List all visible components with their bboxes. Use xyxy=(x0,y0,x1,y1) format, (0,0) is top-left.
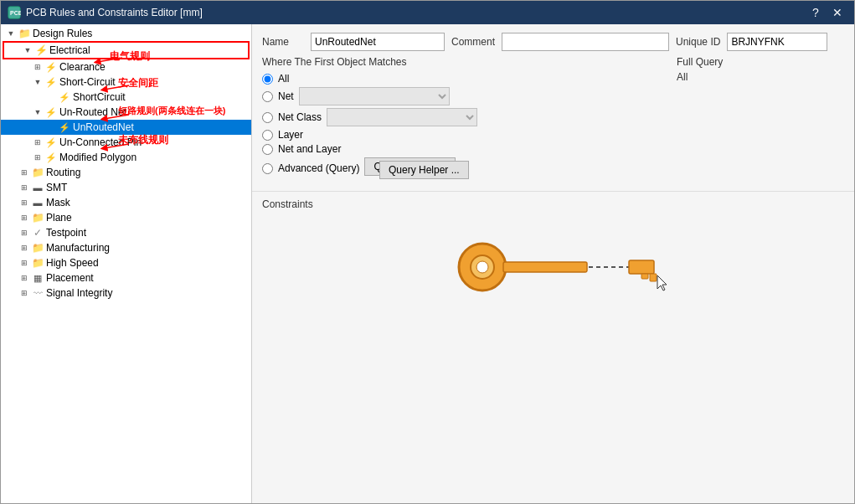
placement-icon: ▦ xyxy=(31,271,44,285)
close-button[interactable]: ✕ xyxy=(827,4,847,21)
tree-item-plane[interactable]: ⊞ 📁 Plane xyxy=(1,210,251,225)
expand-testpoint: ⊞ xyxy=(18,226,31,239)
main-window: PCB PCB Rules and Constraints Editor [mm… xyxy=(0,0,855,504)
radio-net-label: Net xyxy=(278,90,294,102)
where-title: Where The First Object Matches xyxy=(262,56,663,68)
rule-ucp-icon: ⚡ xyxy=(44,136,58,149)
tree-item-modified-polygon[interactable]: ⊞ ⚡ Modified Polygon xyxy=(1,150,251,165)
mask-label: Mask xyxy=(46,197,70,208)
modified-polygon-label: Modified Polygon xyxy=(59,152,136,163)
full-query-col: Full Query All xyxy=(677,56,844,183)
signal-integrity-icon: 〰 xyxy=(31,286,44,300)
tree-item-testpoint[interactable]: ⊞ ✓ Testpoint xyxy=(1,225,251,240)
radio-netclass-row: Net Class xyxy=(262,108,663,126)
tree-item-routing[interactable]: ⊞ 📁 Routing xyxy=(1,165,251,180)
comment-input[interactable] xyxy=(502,33,669,51)
tree-item-unroutednet[interactable]: ▷ ⚡ UnRoutedNet xyxy=(1,120,251,135)
uid-input[interactable] xyxy=(727,33,827,51)
radio-advanced[interactable] xyxy=(262,163,273,174)
radio-net-row: Net xyxy=(262,87,663,105)
radio-netclass[interactable] xyxy=(262,112,273,123)
radio-layer-row: Layer xyxy=(262,129,663,141)
tree-item-shortcircuit[interactable]: ▷ ⚡ ShortCircuit xyxy=(1,90,251,105)
name-input[interactable] xyxy=(311,33,445,51)
smt-icon: ▬ xyxy=(31,181,44,194)
tree-item-smt[interactable]: ⊞ ▬ SMT xyxy=(1,180,251,195)
constraints-visual xyxy=(262,217,844,317)
netclass-dropdown[interactable] xyxy=(327,108,477,126)
tree-item-placement[interactable]: ⊞ ▦ Placement xyxy=(1,270,251,285)
testpoint-icon: ✓ xyxy=(31,226,44,239)
title-bar-left: PCB PCB Rules and Constraints Editor [mm… xyxy=(8,6,203,19)
plane-label: Plane xyxy=(46,212,72,224)
tree-item-design-rules[interactable]: ▼ 📁 Design Rules xyxy=(1,26,251,41)
query-helper-button[interactable]: Query Helper ... xyxy=(379,161,469,179)
rule-form: Name Comment Unique ID Where The First O… xyxy=(252,24,854,192)
signal-integrity-label: Signal Integrity xyxy=(46,287,112,299)
tree-item-un-routed-net[interactable]: ▼ ⚡ Un-Routed Net xyxy=(1,105,251,120)
svg-marker-14 xyxy=(657,275,667,291)
svg-text:PCB: PCB xyxy=(10,10,21,16)
plane-icon: 📁 xyxy=(31,211,44,224)
expand-routing: ⊞ xyxy=(18,166,31,179)
tree-item-electrical[interactable]: ▼ ⚡ Electrical xyxy=(4,43,248,58)
svg-rect-12 xyxy=(641,274,648,279)
lightning-icon: ⚡ xyxy=(34,44,48,57)
left-panel: 电气规则 安全间距 短路规则(两条线连在一块) xyxy=(1,24,252,503)
net-dropdown[interactable] xyxy=(299,87,450,105)
title-bar-controls: ? ✕ xyxy=(806,4,847,21)
radio-layer[interactable] xyxy=(262,130,273,141)
mask-icon: ▬ xyxy=(31,196,44,209)
help-button[interactable]: ? xyxy=(806,4,826,21)
manufacturing-icon: 📁 xyxy=(31,241,44,255)
tree-item-signal-integrity[interactable]: ⊞ 〰 Signal Integrity xyxy=(1,285,251,301)
un-routed-net-label: Un-Routed Net xyxy=(59,106,126,118)
expand-short-circuit: ▼ xyxy=(31,75,44,89)
tree-item-high-speed[interactable]: ⊞ 📁 High Speed xyxy=(1,255,251,270)
tree-item-un-connected-pin[interactable]: ⊞ ⚡ Un-Connected Pin xyxy=(1,135,251,150)
tree-item-short-circuit[interactable]: ▼ ⚡ Short-Circuit xyxy=(1,75,251,90)
title-bar: PCB PCB Rules and Constraints Editor [mm… xyxy=(1,1,854,24)
placement-label: Placement xyxy=(46,272,94,284)
high-speed-icon: 📁 xyxy=(31,256,44,270)
folder-icon: 📁 xyxy=(18,27,31,40)
constraints-title: Constraints xyxy=(262,198,844,210)
expand-ucp: ⊞ xyxy=(31,136,44,149)
high-speed-label: High Speed xyxy=(46,257,99,269)
content-area: 电气规则 安全间距 短路规则(两条线连在一块) xyxy=(1,24,854,503)
expand-placement: ⊞ xyxy=(18,271,31,285)
expand-high-speed: ⊞ xyxy=(18,256,31,270)
radio-all-label: All xyxy=(278,73,289,85)
where-col: Where The First Object Matches All xyxy=(262,56,663,183)
rule-sc-icon: ⚡ xyxy=(58,90,71,104)
comment-label: Comment xyxy=(451,36,495,48)
short-circuit-label: Short-Circuit xyxy=(59,76,116,88)
testpoint-label: Testpoint xyxy=(46,227,86,239)
right-panel: Name Comment Unique ID Where The First O… xyxy=(252,24,854,503)
full-query-value: All xyxy=(677,71,844,83)
svg-rect-9 xyxy=(503,262,587,272)
smt-label: SMT xyxy=(46,182,67,193)
electrical-label: Electrical xyxy=(49,44,90,56)
expand-smt: ⊞ xyxy=(18,181,31,194)
manufacturing-label: Manufacturing xyxy=(46,242,110,254)
expand-mp: ⊞ xyxy=(31,151,44,164)
tree-item-manufacturing[interactable]: ⊞ 📁 Manufacturing xyxy=(1,240,251,255)
radio-layer-label: Layer xyxy=(278,129,303,141)
radio-netlayer[interactable] xyxy=(262,144,273,155)
routing-icon: 📁 xyxy=(31,166,44,179)
tree-item-mask[interactable]: ⊞ ▬ Mask xyxy=(1,195,251,210)
constraints-section: Constraints xyxy=(252,192,854,503)
name-label: Name xyxy=(262,36,304,48)
expand-unrouted: ▼ xyxy=(31,105,44,119)
tree-item-clearance[interactable]: ⊞ ⚡ Clearance xyxy=(1,59,251,75)
radio-netlayer-row: Net and Layer xyxy=(262,143,663,155)
svg-rect-13 xyxy=(650,274,657,281)
radio-netlayer-label: Net and Layer xyxy=(278,143,341,155)
full-query-label: Full Query xyxy=(677,56,844,68)
radio-net[interactable] xyxy=(262,91,273,102)
radio-all[interactable] xyxy=(262,74,273,85)
key-svg xyxy=(436,234,671,301)
unroutednet-label: UnRoutedNet xyxy=(73,121,134,133)
expand-electrical: ▼ xyxy=(21,44,34,57)
